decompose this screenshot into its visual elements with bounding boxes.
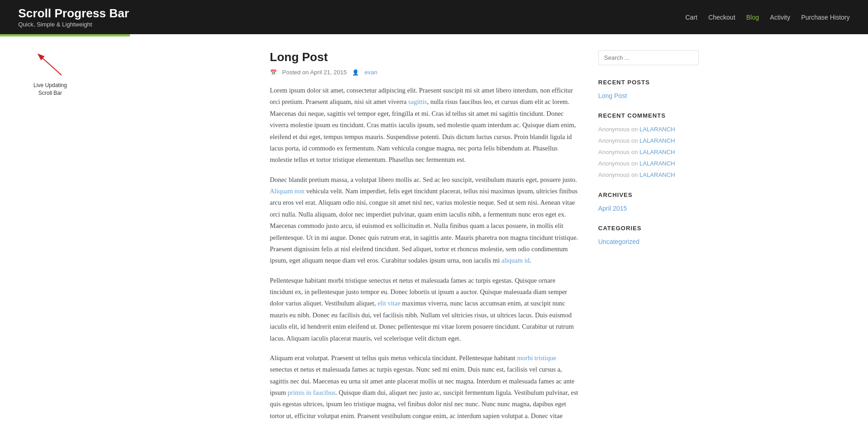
left-sidebar-annotation: Live UpdatingScroll Bar [0, 39, 100, 106]
site-branding: Scroll Progress Bar Quick, Simple & Ligh… [18, 6, 129, 27]
recent-comments-list: Anonymous on LALARANCHAnonymous on LALAR… [598, 125, 699, 179]
main-wrapper: Long Post 📅 Posted on April 21, 2015 👤 e… [161, 36, 708, 424]
categories-section: CATEGORIES Uncategorized [598, 225, 699, 245]
scroll-progress-bar [0, 34, 130, 36]
post-paragraph-3: Aliquam erat volutpat. Praesent ut tellu… [270, 352, 580, 424]
recent-comment-item: Anonymous on LALARANCH [598, 137, 699, 145]
recent-comment-item: Anonymous on LALARANCH [598, 148, 699, 156]
nav-link-activity[interactable]: Activity [770, 14, 790, 21]
nav-link-checkout[interactable]: Checkout [708, 14, 735, 21]
nav-link-blog[interactable]: Blog [746, 14, 759, 21]
post-date: Posted on April 21, 2015 [282, 69, 347, 76]
recent-comments-section: RECENT COMMENTS Anonymous on LALARANCHAn… [598, 112, 699, 179]
arrow-annotation: Live UpdatingScroll Bar [30, 48, 71, 97]
post-meta: 📅 Posted on April 21, 2015 👤 evan [270, 69, 580, 76]
recent-posts-title: RECENT POSTS [598, 79, 699, 86]
annotation-label: Live UpdatingScroll Bar [30, 82, 71, 97]
post-paragraph-0: Lorem ipsum dolor sit amet, consectetur … [270, 85, 580, 166]
recent-comment-item: Anonymous on LALARANCH [598, 160, 699, 167]
site-title: Scroll Progress Bar [18, 6, 129, 21]
archives-section: ARCHIVES April 2015 [598, 191, 699, 212]
user-icon: 👤 [352, 69, 359, 76]
recent-post-link[interactable]: Long Post [598, 92, 699, 99]
calendar-icon: 📅 [270, 69, 277, 76]
post-paragraph-2: Pellentesque habitant morbi tristique se… [270, 275, 580, 344]
post-title: Long Post [270, 50, 580, 64]
right-sidebar: RECENT POSTS Long Post RECENT COMMENTS A… [598, 50, 699, 424]
post-body: Lorem ipsum dolor sit amet, consectetur … [270, 85, 580, 424]
recent-comments-title: RECENT COMMENTS [598, 112, 699, 119]
archives-title: ARCHIVES [598, 191, 699, 198]
archives-list: April 2015 [598, 205, 699, 212]
site-tagline: Quick, Simple & Lightweight [18, 21, 129, 28]
post-author-link[interactable]: evan [364, 69, 377, 76]
search-box [598, 50, 699, 65]
recent-posts-section: RECENT POSTS Long Post [598, 79, 699, 99]
archive-link[interactable]: April 2015 [598, 205, 699, 212]
nav-link-purchase-history[interactable]: Purchase History [801, 14, 850, 21]
categories-title: CATEGORIES [598, 225, 699, 232]
post-paragraph-1: Donec blandit pretium massa, a volutpat … [270, 174, 580, 267]
arrow-icon [30, 48, 71, 80]
recent-comment-item: Anonymous on LALARANCH [598, 125, 699, 133]
main-nav: CartCheckoutBlogActivityPurchase History [685, 14, 850, 21]
nav-link-cart[interactable]: Cart [685, 14, 697, 21]
recent-comment-item: Anonymous on LALARANCH [598, 171, 699, 179]
categories-list: Uncategorized [598, 238, 699, 245]
category-link[interactable]: Uncategorized [598, 238, 699, 245]
recent-posts-list: Long Post [598, 92, 699, 99]
search-input[interactable] [598, 50, 699, 65]
post-content: Long Post 📅 Posted on April 21, 2015 👤 e… [270, 50, 580, 424]
site-header: Scroll Progress Bar Quick, Simple & Ligh… [0, 0, 868, 34]
svg-line-1 [39, 55, 62, 75]
